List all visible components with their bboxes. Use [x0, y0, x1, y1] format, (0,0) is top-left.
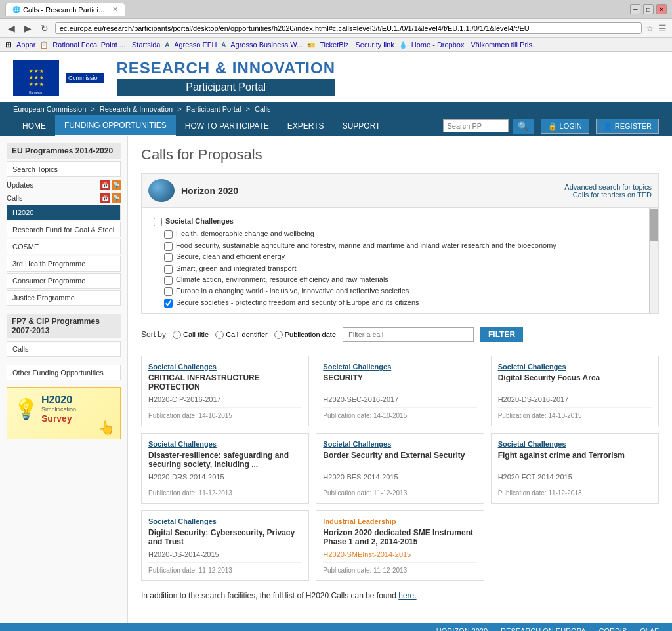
nav-home[interactable]: HOME [13, 116, 55, 136]
minimize-button[interactable]: ─ [630, 4, 640, 14]
nav-how-to[interactable]: HOW TO PARTICIPATE [176, 116, 278, 136]
sidebar-h2020[interactable]: H2020 [7, 205, 121, 220]
checkbox-health[interactable] [164, 230, 173, 239]
sidebar-consumer[interactable]: Consumer Programme [7, 273, 121, 289]
breadcrumb-ec[interactable]: European Commission [13, 105, 86, 113]
sidebar-justice[interactable]: Justice Programme [7, 290, 121, 306]
sidebar-3rd-health[interactable]: 3rd Health Programme [7, 256, 121, 272]
checkbox-transport[interactable] [164, 265, 173, 274]
sidebar-cosme[interactable]: COSME [7, 239, 121, 254]
register-button[interactable]: 👤 REGISTER [596, 119, 659, 134]
refresh-button[interactable]: ↻ [38, 22, 51, 35]
full-list-link[interactable]: here. [398, 591, 416, 600]
societal-challenges-checkbox[interactable] [154, 218, 162, 226]
call-date-3: Publication date: 11-12-2013 [148, 485, 302, 497]
bookmark-dropbox[interactable]: Home - Dropbox [410, 40, 467, 49]
calls-rss-icon[interactable]: 📡 [112, 193, 121, 203]
filter-input[interactable] [343, 327, 474, 342]
main-nav: HOME FUNDING OPPORTUNITIES HOW TO PARTIC… [0, 115, 672, 136]
updates-calendar-icon[interactable]: 📅 [100, 180, 110, 190]
filter-button[interactable]: FILTER [480, 327, 523, 342]
login-button[interactable]: 🔒 LOGIN [541, 119, 589, 134]
call-category-7[interactable]: Industrial Leadership [323, 518, 476, 525]
checkbox-energy[interactable] [164, 253, 173, 262]
sort-title-radio[interactable] [173, 331, 181, 339]
call-card-3[interactable]: Societal Challenges Disaster-resilience:… [141, 433, 309, 504]
browser-chrome: 🌐 Calls - Research Partici... ✕ ─ □ ✕ ◀ … [0, 0, 672, 52]
nav-funding[interactable]: FUNDING OPPORTUNITIES [55, 115, 176, 136]
bookmark-startsida[interactable]: Startsida [130, 40, 162, 49]
browser-tab[interactable]: 🌐 Calls - Research Partici... ✕ [5, 3, 125, 16]
call-card-4[interactable]: Societal Challenges Border Security and … [316, 433, 484, 504]
bookmark-icon-1: 📋 [40, 41, 48, 49]
close-tab-btn[interactable]: ✕ [112, 5, 118, 14]
calls-calendar-icon[interactable]: 📅 [100, 193, 110, 203]
checkbox-europe[interactable] [164, 287, 173, 296]
content-scrollbar[interactable] [649, 208, 658, 313]
search-input[interactable] [443, 119, 509, 132]
sort-call-identifier[interactable]: Call identifier [215, 331, 268, 339]
sort-date-radio[interactable] [274, 331, 283, 339]
forward-button[interactable]: ▶ [22, 22, 34, 35]
breadcrumb-pp[interactable]: Participant Portal [186, 105, 242, 113]
person-icon: 👤 [603, 122, 612, 131]
sidebar-other-funding[interactable]: Other Funding Opportunities [7, 365, 121, 380]
settings-icon[interactable]: ☰ [658, 23, 667, 33]
call-category-3[interactable]: Societal Challenges [148, 440, 302, 448]
page-wrapper: ★ ★ ★ ★ ★ ★ ★ ★ ★ European Commission RE… [0, 52, 672, 631]
nav-experts[interactable]: EXPERTS [278, 116, 333, 136]
bookmark-agresso-efh[interactable]: Agresso EFH [172, 40, 219, 49]
footer-olaf[interactable]: OLAF [640, 627, 659, 631]
bookmark-ticketbiz[interactable]: TicketBiz [318, 40, 350, 49]
footer-research[interactable]: RESEARCH ON EUROPA [501, 627, 585, 631]
call-card-0[interactable]: Societal Challenges CRITICAL INFRASTRUCT… [141, 356, 309, 426]
sort-pub-date[interactable]: Publication date [274, 331, 336, 339]
search-button[interactable]: 🔍 [513, 119, 534, 134]
sidebar-fp7-calls[interactable]: Calls [7, 341, 121, 357]
lock-icon: 🔒 [548, 122, 557, 131]
sidebar-search-topics[interactable]: Search Topics [7, 161, 121, 177]
call-category-0[interactable]: Societal Challenges [148, 363, 302, 371]
survey-banner[interactable]: 💡 H2020 Simplification Survey 👆 [7, 387, 121, 439]
call-category-1[interactable]: Societal Challenges [323, 363, 476, 371]
call-card-5[interactable]: Societal Challenges Fight against crime … [491, 433, 659, 504]
bookmark-security[interactable]: Security link [353, 40, 396, 49]
checkbox-secure[interactable] [164, 299, 173, 308]
call-id-6: H2020-DS-2014-2015 [148, 550, 302, 558]
call-category-5[interactable]: Societal Challenges [498, 440, 652, 448]
back-button[interactable]: ◀ [5, 22, 18, 35]
nav-support[interactable]: SUPPORT [333, 116, 390, 136]
footer-cordis[interactable]: CORDIS [598, 627, 627, 631]
checkbox-food[interactable] [164, 242, 173, 251]
breadcrumb-ri[interactable]: Research & Innovation [100, 105, 173, 113]
bookmark-icon-2: A [165, 41, 169, 49]
bookmark-appar[interactable]: Appar [14, 40, 37, 49]
fp7-title: FP7 & CIP Programmes 2007-2013 [7, 314, 121, 338]
updates-rss-icon[interactable]: 📡 [112, 180, 121, 190]
close-button[interactable]: ✕ [656, 4, 667, 14]
call-card-2[interactable]: Societal Challenges Digital Security Foc… [491, 356, 659, 426]
call-card-7[interactable]: Industrial Leadership Horizon 2020 dedic… [316, 510, 484, 581]
address-bar[interactable] [55, 22, 642, 34]
call-title-2: Digital Security Focus Area [498, 373, 652, 393]
tenders-ted-link[interactable]: Calls for tenders on TED [564, 191, 652, 199]
bookmark-agresso-bw[interactable]: Agresso Business W... [228, 40, 304, 49]
call-category-6[interactable]: Societal Challenges [148, 518, 302, 525]
call-card-6[interactable]: Societal Challenges Digital Security: Cy… [141, 510, 309, 581]
maximize-button[interactable]: □ [643, 4, 654, 14]
breadcrumb-calls[interactable]: Calls [255, 105, 270, 113]
bookmark-rational[interactable]: Rational Focal Point ... [51, 40, 127, 49]
checkbox-item-4: Climate action, environment, resource ef… [164, 275, 639, 285]
sort-call-title[interactable]: Call title [173, 331, 209, 339]
sort-identifier-radio[interactable] [215, 331, 224, 339]
call-card-1[interactable]: Societal Challenges SECURITY H2020-SEC-2… [316, 356, 484, 426]
advanced-search-link[interactable]: Advanced search for topics [564, 183, 652, 191]
site-subtitle: Participant Portal [117, 79, 335, 96]
sidebar-coal-steel[interactable]: Research Fund for Coal & Steel [7, 222, 121, 237]
call-category-4[interactable]: Societal Challenges [323, 440, 476, 448]
checkbox-climate[interactable] [164, 276, 173, 285]
star-icon[interactable]: ☆ [646, 23, 654, 33]
bookmark-pris[interactable]: Välkommen till Pris... [469, 40, 540, 49]
footer-horizon[interactable]: HORIZON 2020 [436, 627, 488, 631]
call-category-2[interactable]: Societal Challenges [498, 363, 652, 371]
